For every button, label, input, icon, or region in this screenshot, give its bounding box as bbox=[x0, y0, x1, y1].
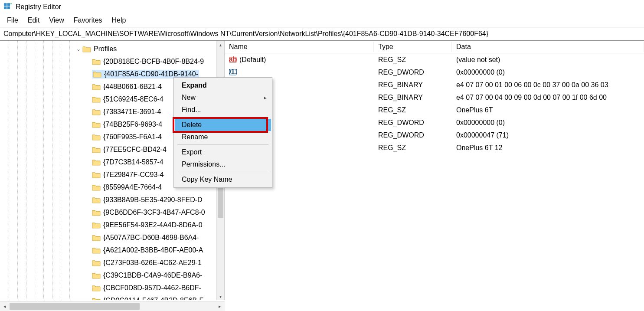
context-menu-separator bbox=[177, 117, 268, 118]
value-type: REG_SZ bbox=[374, 105, 452, 115]
tree-label: {7E29847F-CC93-4 bbox=[103, 171, 164, 179]
context-menu-expand[interactable]: Expand bbox=[175, 79, 271, 92]
context-menu-export[interactable]: Export bbox=[175, 146, 271, 158]
value-data: e4 07 07 00 04 00 09 00 0d 00 07 00 1f 0… bbox=[452, 93, 644, 102]
tree-node[interactable]: {933B8A9B-5E35-4290-8FED-D bbox=[0, 193, 224, 206]
svg-rect-0 bbox=[4, 3, 7, 6]
tree-label: {A507A7BC-D60B-4698-B6A4- bbox=[103, 234, 199, 242]
tree-node[interactable]: {CBCF0D8D-957D-4462-B6DF- bbox=[0, 282, 224, 294]
menu-favorites[interactable]: Favorites bbox=[69, 16, 107, 25]
main-area: ⌄Profiles{20D818EC-BCFB-4B0F-8B24-9{401F… bbox=[0, 41, 644, 300]
tree-label: {C273F03B-626E-4C62-AE29-1 bbox=[103, 259, 202, 267]
tree-node[interactable]: {9EE56F54-93E2-4A4D-8D6A-0 bbox=[0, 219, 224, 231]
tree-label: {C39C1BDB-C4A9-46DE-B9A6- bbox=[103, 272, 203, 279]
menu-help[interactable]: Help bbox=[108, 16, 131, 25]
svg-rect-1 bbox=[7, 3, 10, 6]
tree-label: {CD0C0114-F467-4B2D-8E6B-F bbox=[103, 297, 203, 301]
value-data: 0x00000000 (0) bbox=[452, 118, 644, 128]
tree-label: {CBCF0D8D-957D-4462-B6DF- bbox=[103, 284, 201, 292]
values-panel: Name Type Data ab(Default)REG_SZ(value n… bbox=[225, 41, 644, 300]
context-menu-copy-key-name[interactable]: Copy Key Name bbox=[175, 174, 271, 186]
menubar: File Edit View Favorites Help bbox=[0, 14, 644, 27]
address-text: Computer\HKEY_LOCAL_MACHINE\SOFTWARE\Mic… bbox=[3, 30, 488, 37]
context-menu-separator bbox=[177, 144, 268, 145]
value-type: REG_BINARY bbox=[374, 93, 452, 102]
tree-node[interactable]: {20D818EC-BCFB-4B0F-8B24-9 bbox=[0, 55, 224, 68]
tree-label: {933B8A9B-5E35-4290-8FED-D bbox=[103, 196, 203, 204]
scroll-down-icon[interactable]: ▾ bbox=[217, 292, 224, 300]
tree-label: {7383471E-3691-4 bbox=[103, 108, 161, 116]
value-data: (value not set) bbox=[452, 55, 644, 65]
values-header: Name Type Data bbox=[225, 41, 644, 53]
context-menu-find[interactable]: Find... bbox=[175, 104, 271, 116]
tree-horizontal-scrollbar[interactable]: ◂ ▸ bbox=[0, 301, 225, 311]
tree-node[interactable]: {9CB6DD6F-3CF3-4B47-AFC8-0 bbox=[0, 206, 224, 219]
svg-rect-4 bbox=[10, 3, 12, 4]
scroll-up-icon[interactable]: ▴ bbox=[217, 41, 224, 49]
values-body: ab(Default)REG_SZ(value not set)011REG_D… bbox=[225, 53, 644, 154]
tree-label: {7D7C3B14-5857-4 bbox=[103, 158, 163, 166]
svg-rect-2 bbox=[4, 7, 7, 9]
chevron-right-icon: ▸ bbox=[264, 95, 267, 101]
svg-text:ab: ab bbox=[229, 56, 237, 63]
hscroll-thumb[interactable] bbox=[10, 303, 140, 310]
context-menu-separator bbox=[177, 172, 268, 172]
context-menu: ExpandNew▸Find...DeleteRenameExportPermi… bbox=[173, 77, 272, 188]
menu-view[interactable]: View bbox=[45, 16, 68, 25]
tree-label: {401F85A6-CD90-41DB-9140- bbox=[104, 70, 198, 78]
titlebar: Registry Editor bbox=[0, 0, 644, 14]
value-row[interactable]: meREG_SZOnePlus 6T 12 bbox=[225, 141, 644, 154]
column-type[interactable]: Type bbox=[374, 42, 452, 52]
context-menu-delete[interactable]: Delete bbox=[175, 119, 271, 131]
regedit-icon bbox=[3, 3, 12, 11]
value-row[interactable]: 011REG_DWORD0x00000000 (0) bbox=[225, 66, 644, 79]
tree-label: {51C69245-8EC6-4 bbox=[103, 95, 163, 103]
tree-label: {77EE5CFC-BD42-4 bbox=[103, 146, 167, 154]
chevron-down-icon[interactable]: ⌄ bbox=[75, 46, 82, 52]
column-name[interactable]: Name bbox=[225, 42, 374, 52]
menu-edit[interactable]: Edit bbox=[23, 16, 44, 25]
tree-label: Profiles bbox=[94, 45, 117, 53]
svg-rect-3 bbox=[7, 7, 10, 9]
value-name: (Default) bbox=[239, 56, 266, 64]
tree-label: {85599A4E-7664-4 bbox=[103, 183, 162, 191]
value-type: REG_DWORD bbox=[374, 68, 452, 77]
context-menu-new[interactable]: New▸ bbox=[175, 92, 271, 104]
value-row[interactable]: tedREG_BINARYe4 07 07 00 01 00 06 00 0c … bbox=[225, 79, 644, 91]
value-data: OnePlus 6T bbox=[452, 105, 644, 115]
value-row[interactable]: onREG_SZOnePlus 6T bbox=[225, 104, 644, 116]
value-row[interactable]: ab(Default)REG_SZ(value not set) bbox=[225, 53, 644, 66]
value-row[interactable]: REG_DWORD0x00000000 (0) bbox=[225, 116, 644, 129]
tree-label: {A621A002-B3BB-4B0F-AE00-A bbox=[103, 246, 203, 254]
tree-node[interactable]: {C39C1BDB-C4A9-46DE-B9A6- bbox=[0, 269, 224, 282]
value-data: 0x00000047 (71) bbox=[452, 131, 644, 140]
value-type: REG_DWORD bbox=[374, 131, 452, 140]
context-menu-rename[interactable]: Rename bbox=[175, 131, 271, 143]
value-type: REG_BINARY bbox=[374, 80, 452, 90]
value-row[interactable]: ConnectedREG_BINARYe4 07 07 00 04 00 09 … bbox=[225, 91, 644, 104]
tree-label: {760F9935-F6A1-4 bbox=[103, 133, 162, 141]
tree-label: {448B0661-6B21-4 bbox=[103, 83, 162, 91]
tree-node[interactable]: {C273F03B-626E-4C62-AE29-1 bbox=[0, 256, 224, 269]
address-bar[interactable]: Computer\HKEY_LOCAL_MACHINE\SOFTWARE\Mic… bbox=[0, 27, 644, 41]
value-data: OnePlus 6T 12 bbox=[452, 143, 644, 153]
scroll-left-icon[interactable]: ◂ bbox=[0, 302, 10, 311]
svg-text:011: 011 bbox=[229, 69, 237, 75]
tree-node[interactable]: {A507A7BC-D60B-4698-B6A4- bbox=[0, 231, 224, 244]
tree-label: {74BB25F6-9693-4 bbox=[103, 121, 162, 128]
tree-node[interactable]: {A621A002-B3BB-4B0F-AE00-A bbox=[0, 244, 224, 256]
context-menu-permissions[interactable]: Permissions... bbox=[175, 158, 271, 170]
tree-label: {20D818EC-BCFB-4B0F-8B24-9 bbox=[103, 58, 204, 65]
hscroll-track[interactable] bbox=[10, 302, 215, 311]
menu-file[interactable]: File bbox=[3, 16, 23, 25]
value-type: REG_DWORD bbox=[374, 118, 452, 128]
tree-node[interactable]: {CD0C0114-F467-4B2D-8E6B-F bbox=[0, 294, 224, 300]
column-data[interactable]: Data bbox=[452, 42, 644, 52]
tree-node-profiles[interactable]: ⌄Profiles bbox=[0, 43, 224, 55]
scroll-right-icon[interactable]: ▸ bbox=[215, 302, 225, 311]
value-row[interactable]: eREG_DWORD0x00000047 (71) bbox=[225, 129, 644, 141]
value-data: e4 07 07 00 01 00 06 00 0c 00 37 00 0a 0… bbox=[452, 80, 644, 90]
tree-label: {9EE56F54-93E2-4A4D-8D6A-0 bbox=[103, 221, 203, 229]
scroll-thumb[interactable] bbox=[218, 187, 223, 218]
tree-label: {9CB6DD6F-3CF3-4B47-AFC8-0 bbox=[103, 209, 205, 216]
